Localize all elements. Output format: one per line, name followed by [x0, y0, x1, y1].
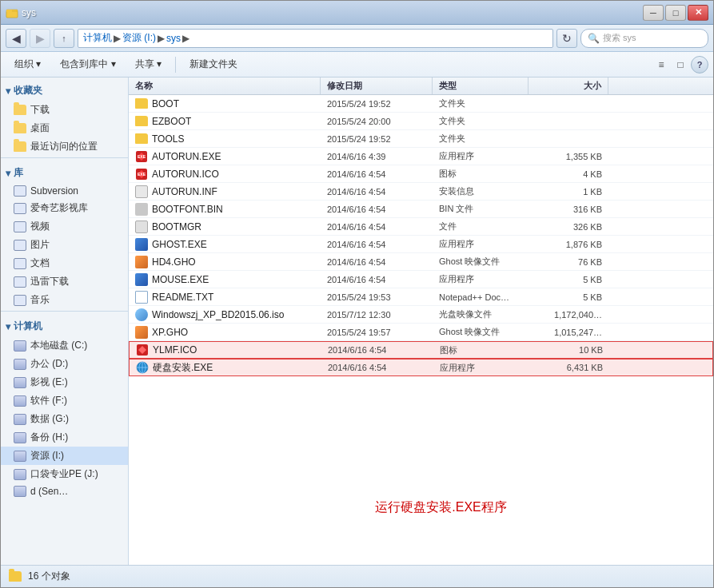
minimize-button[interactable]: ─	[643, 5, 664, 21]
file-date-cell: 2014/6/16 4:54	[321, 275, 433, 284]
sidebar-item-f-drive[interactable]: 软件 (F:)	[1, 391, 128, 410]
file-icon	[135, 238, 148, 251]
file-icon: EXE	[135, 150, 148, 163]
sidebar-item-iqiyi[interactable]: 爱奇艺影视库	[1, 199, 128, 217]
breadcrumb-folder[interactable]: sys	[166, 33, 181, 44]
file-name-cell: YLMF.ICO	[130, 344, 321, 356]
view-preview-button[interactable]: □	[672, 56, 689, 74]
sidebar-computer-header[interactable]: ▾ 计算机	[1, 316, 128, 336]
breadcrumb-computer[interactable]: 计算机	[83, 31, 112, 45]
file-size-cell: 1 KB	[529, 187, 608, 197]
include-library-label: 包含到库中 ▾	[60, 58, 115, 71]
view-controls: ≡ □ ?	[652, 56, 708, 74]
table-row[interactable]: README.TXT2015/5/24 19:53Notepad++ Doc…5…	[129, 288, 713, 306]
sidebar-item-music[interactable]: 音乐	[1, 291, 128, 309]
sidebar-favorites-label: 收藏夹	[14, 84, 42, 97]
sidebar-item-c-label: 本地磁盘 (C:)	[30, 339, 87, 352]
file-area: 名称 修改日期 类型 大小 BOOT2015/5/24 19:52文件夹EZBO…	[129, 77, 713, 565]
sidebar-favorites-header[interactable]: ▾ 收藏夹	[1, 81, 128, 101]
col-header-size[interactable]: 大小	[529, 77, 608, 94]
table-row[interactable]: XP.GHO2015/5/24 19:57Ghost 映像文件1,015,247…	[129, 324, 713, 341]
sidebar-item-c-drive[interactable]: 本地磁盘 (C:)	[1, 336, 128, 355]
sidebar-item-video[interactable]: 视频	[1, 217, 128, 236]
sidebar-item-sen-drive[interactable]: d (Sen…	[1, 483, 128, 499]
sidebar-item-d-drive[interactable]: 办公 (D:)	[1, 355, 128, 373]
col-header-date[interactable]: 修改日期	[321, 77, 433, 94]
file-icon: EXE	[135, 168, 148, 181]
sidebar-library-section: ▾ 库 Subversion 爱奇艺影视库 视频 图片	[1, 163, 128, 309]
file-name-text: YLMF.ICO	[153, 344, 197, 356]
table-row[interactable]: AUTORUN.INF2014/6/16 4:54安装信息1 KB	[129, 183, 713, 201]
breadcrumb-sep-3: ▶	[182, 33, 189, 44]
file-size-cell: 5 KB	[529, 292, 608, 302]
sidebar-item-docs[interactable]: 文档	[1, 254, 128, 272]
sidebar-divider-1	[1, 157, 128, 158]
sidebar-item-g-drive[interactable]: 数据 (G:)	[1, 410, 128, 428]
help-button[interactable]: ?	[691, 56, 708, 74]
table-row[interactable]: YLMF.ICO2014/6/16 4:54图标10 KB	[129, 341, 713, 359]
file-name-cell: GHOST.EXE	[129, 238, 321, 251]
table-row[interactable]: EZBOOT2015/5/24 20:00文件夹	[129, 113, 713, 130]
search-box[interactable]: 🔍 搜索 sys	[580, 29, 708, 48]
sidebar-item-desktop[interactable]: 桌面	[1, 119, 128, 137]
file-icon	[135, 116, 148, 126]
forward-button[interactable]: ▶	[30, 29, 50, 48]
sidebar-item-thunder[interactable]: 迅雷下载	[1, 272, 128, 291]
sidebar-item-download[interactable]: 下载	[1, 101, 128, 119]
sidebar-item-subversion[interactable]: Subversion	[1, 183, 128, 199]
file-name-text: EZBOOT	[152, 116, 191, 127]
up-button[interactable]: ↑	[54, 29, 74, 48]
file-date-cell: 2015/5/24 20:00	[321, 117, 433, 126]
table-row[interactable]: MOUSE.EXE2014/6/16 4:54应用程序5 KB	[129, 271, 713, 288]
close-button[interactable]: ✕	[688, 5, 708, 21]
col-header-type[interactable]: 类型	[433, 77, 529, 94]
file-size-cell: 316 KB	[529, 205, 608, 214]
file-icon	[135, 308, 148, 321]
file-name-cell: BOOTFONT.BIN	[129, 203, 321, 216]
sidebar-item-i-drive[interactable]: 资源 (I:)	[1, 447, 128, 465]
new-folder-button[interactable]: 新建文件夹	[181, 54, 246, 75]
e-drive-icon	[14, 377, 26, 388]
col-header-name[interactable]: 名称	[129, 77, 321, 94]
table-row[interactable]: EXE AUTORUN.EXE2014/6/16 4:39应用程序1,355 K…	[129, 148, 713, 165]
title-bar: sys ─ □ ✕	[1, 1, 713, 25]
iqiyi-icon	[14, 203, 26, 214]
table-row[interactable]: TOOLS2015/5/24 19:52文件夹	[129, 130, 713, 148]
table-row[interactable]: BOOT2015/5/24 19:52文件夹	[129, 95, 713, 113]
view-list-button[interactable]: ≡	[652, 56, 670, 74]
window-title: sys	[22, 7, 36, 18]
table-row[interactable]: HD4.GHO2014/6/16 4:54Ghost 映像文件76 KB	[129, 253, 713, 271]
table-row[interactable]: BOOTFONT.BIN2014/6/16 4:54BIN 文件316 KB	[129, 201, 713, 218]
file-size-cell: 1,876 KB	[529, 240, 608, 249]
sidebar-item-j-label: 口袋专业PE (J:)	[30, 467, 98, 481]
col-name-label: 名称	[135, 80, 153, 92]
file-type-cell: Ghost 映像文件	[433, 326, 529, 338]
address-path[interactable]: 计算机 ▶ 资源 (I:) ▶ sys ▶	[78, 29, 553, 48]
table-row[interactable]: Windowszj_XP_BD2015.06.iso2015/7/12 12:3…	[129, 306, 713, 324]
sidebar-item-iqiyi-label: 爱奇艺影视库	[30, 201, 88, 215]
file-name-text: HD4.GHO	[152, 256, 196, 268]
sidebar-item-h-drive[interactable]: 备份 (H:)	[1, 428, 128, 447]
sidebar-item-j-drive[interactable]: 口袋专业PE (J:)	[1, 465, 128, 483]
back-button[interactable]: ◀	[6, 29, 26, 48]
sidebar-item-recent[interactable]: 最近访问的位置	[1, 137, 128, 156]
sidebar-item-e-drive[interactable]: 影视 (E:)	[1, 373, 128, 391]
organize-button[interactable]: 组织 ▾	[6, 54, 50, 75]
breadcrumb-drive[interactable]: 资源 (I:)	[122, 31, 156, 45]
c-drive-icon	[14, 340, 26, 352]
table-row[interactable]: BOOTMGR2014/6/16 4:54文件326 KB	[129, 218, 713, 236]
maximize-button[interactable]: □	[665, 5, 686, 21]
table-row[interactable]: 硬盘安装.EXE2014/6/16 4:54应用程序6,431 KB	[129, 359, 713, 376]
share-button[interactable]: 共享 ▾	[126, 54, 170, 75]
file-size-cell: 10 KB	[529, 345, 609, 355]
include-library-button[interactable]: 包含到库中 ▾	[51, 54, 124, 75]
sidebar-library-header[interactable]: ▾ 库	[1, 163, 128, 183]
file-type-cell: 文件夹	[433, 115, 529, 127]
refresh-button[interactable]: ↻	[556, 29, 577, 48]
table-row[interactable]: EXE AUTORUN.ICO2014/6/16 4:54图标4 KB	[129, 165, 713, 183]
sidebar-item-pictures[interactable]: 图片	[1, 236, 128, 254]
file-name-cell: HD4.GHO	[129, 256, 321, 268]
table-row[interactable]: GHOST.EXE2014/6/16 4:54应用程序1,876 KB	[129, 236, 713, 253]
file-date-cell: 2014/6/16 4:54	[321, 187, 433, 197]
file-name-cell: AUTORUN.INF	[129, 185, 321, 198]
